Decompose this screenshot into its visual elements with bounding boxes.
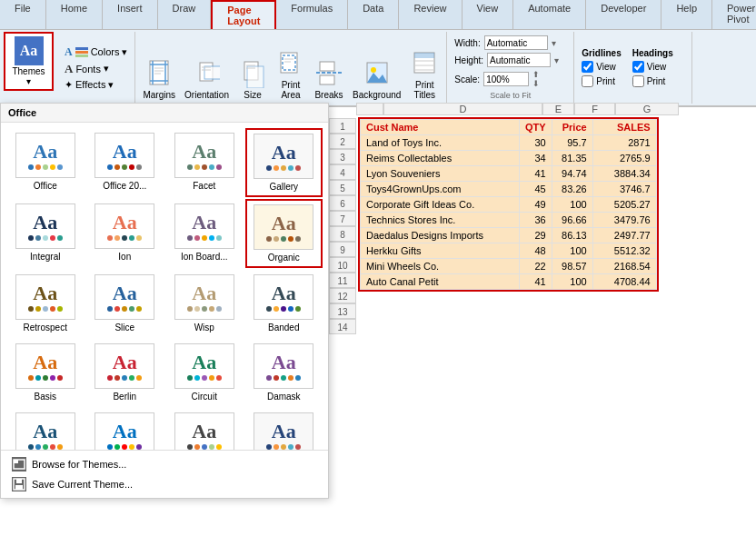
cell-0-2[interactable]: 95.7 <box>552 135 592 151</box>
cell-3-1[interactable]: 45 <box>520 182 552 197</box>
cell-2-2[interactable]: 94.74 <box>552 166 592 182</box>
cell-9-3[interactable]: 4708.44 <box>592 274 656 290</box>
tab-insert[interactable]: Insert <box>103 0 158 29</box>
cell-6-1[interactable]: 29 <box>520 228 552 243</box>
theme-item-3[interactable]: AaGallery <box>245 128 323 197</box>
col-header-G[interactable]: G <box>615 103 679 115</box>
print-titles-button[interactable]: PrintTitles <box>406 47 443 102</box>
cell-2-1[interactable]: 41 <box>520 166 552 182</box>
cell-1-2[interactable]: 81.35 <box>552 151 592 166</box>
colors-button[interactable]: A Colors ▾ <box>63 45 129 60</box>
save-theme-item[interactable]: Save Current Theme... <box>8 474 321 494</box>
cell-8-0[interactable]: Mini Wheels Co. <box>361 259 520 274</box>
effects-button[interactable]: ✦ Effects ▾ <box>63 78 129 92</box>
theme-item-16[interactable]: AaDividend <box>6 408 85 450</box>
theme-item-0[interactable]: AaOffice <box>6 128 85 197</box>
headings-print-checkbox[interactable] <box>632 75 644 87</box>
theme-item-2[interactable]: AaFacet <box>165 128 244 197</box>
themes-button[interactable]: Aa Themes ▾ <box>4 32 54 91</box>
cell-7-2[interactable]: 100 <box>552 243 592 259</box>
cell-3-2[interactable]: 83.26 <box>552 182 592 197</box>
theme-item-13[interactable]: AaBerlin <box>86 339 164 406</box>
cell-2-0[interactable]: Lyon Souveniers <box>361 166 520 182</box>
cell-9-2[interactable]: 100 <box>552 274 592 290</box>
tab-power-pivot[interactable]: Power Pivot <box>712 0 756 29</box>
col-header-D[interactable]: D <box>383 103 542 115</box>
theme-item-19[interactable]: AaGallery <box>245 408 323 450</box>
height-input[interactable] <box>487 53 551 67</box>
cell-4-2[interactable]: 100 <box>552 197 592 213</box>
cell-5-2[interactable]: 96.66 <box>552 213 592 228</box>
browse-themes-item[interactable]: Browse for Themes... <box>8 454 321 474</box>
margins-button[interactable]: Margins <box>139 57 179 102</box>
tab-automate[interactable]: Automate <box>513 0 586 29</box>
cell-5-0[interactable]: Technics Stores Inc. <box>361 213 520 228</box>
cell-6-0[interactable]: Daedalus Designs Imports <box>361 228 520 243</box>
cell-1-3[interactable]: 2765.9 <box>592 151 656 166</box>
cell-6-2[interactable]: 86.13 <box>552 228 592 243</box>
cell-9-0[interactable]: Auto Canal Petit <box>361 274 520 290</box>
cell-3-3[interactable]: 3746.7 <box>592 182 656 197</box>
scale-input[interactable] <box>483 72 529 86</box>
tab-home[interactable]: Home <box>46 0 103 29</box>
cell-0-3[interactable]: 2871 <box>592 135 656 151</box>
cell-4-3[interactable]: 5205.27 <box>592 197 656 213</box>
theme-item-8[interactable]: AaRetrospect <box>6 270 85 337</box>
print-area-button[interactable]: PrintArea <box>273 47 309 102</box>
tab-review[interactable]: Review <box>399 0 462 29</box>
cell-0-0[interactable]: Land of Toys Inc. <box>361 135 520 151</box>
cell-6-3[interactable]: 2497.77 <box>592 228 656 243</box>
headings-view-checkbox[interactable] <box>632 61 644 73</box>
scale-row: Scale: ⬆⬇ <box>454 70 566 88</box>
theme-item-4[interactable]: AaIntegral <box>6 199 85 268</box>
background-button[interactable]: Background <box>349 57 404 102</box>
theme-item-7[interactable]: AaOrganic <box>245 199 323 268</box>
tab-draw[interactable]: Draw <box>158 0 212 29</box>
tab-file[interactable]: File <box>0 0 46 29</box>
tab-data[interactable]: Data <box>348 0 399 29</box>
tab-formulas[interactable]: Formulas <box>276 0 348 29</box>
breaks-button[interactable]: Breaks <box>311 57 347 102</box>
tab-help[interactable]: Help <box>662 0 712 29</box>
tab-view[interactable]: View <box>463 0 514 29</box>
theme-item-15[interactable]: AaDamask <box>245 339 323 406</box>
fonts-button[interactable]: A Fonts ▾ <box>63 61 129 77</box>
cell-9-1[interactable]: 41 <box>520 274 552 290</box>
theme-item-11[interactable]: AaBanded <box>245 270 323 337</box>
theme-item-9[interactable]: AaSlice <box>86 270 164 337</box>
cell-8-1[interactable]: 22 <box>520 259 552 274</box>
theme-item-1[interactable]: AaOffice 20... <box>86 128 164 197</box>
cell-5-1[interactable]: 36 <box>520 213 552 228</box>
tab-bar: File Home Insert Draw Page Layout Formul… <box>0 0 756 30</box>
gridlines-print-checkbox[interactable] <box>582 75 593 87</box>
theme-item-5[interactable]: AaIon <box>86 199 164 268</box>
cell-5-3[interactable]: 3479.76 <box>592 213 656 228</box>
cell-4-0[interactable]: Corporate Gift Ideas Co. <box>361 197 520 213</box>
cell-2-3[interactable]: 3884.34 <box>592 166 656 182</box>
theme-item-6[interactable]: AaIon Board... <box>165 199 244 268</box>
theme-item-10[interactable]: AaWisp <box>165 270 244 337</box>
cell-8-2[interactable]: 98.57 <box>552 259 592 274</box>
cell-7-3[interactable]: 5512.32 <box>592 243 656 259</box>
col-header-E[interactable]: E <box>542 103 574 115</box>
scale-spin-icon[interactable]: ⬆⬇ <box>532 70 540 88</box>
theme-item-14[interactable]: AaCircuit <box>165 339 244 406</box>
cell-3-0[interactable]: Toys4GrownUps.com <box>361 182 520 197</box>
cell-7-1[interactable]: 48 <box>520 243 552 259</box>
size-button[interactable]: Size <box>234 57 271 102</box>
cell-0-1[interactable]: 30 <box>520 135 552 151</box>
cell-1-1[interactable]: 34 <box>520 151 552 166</box>
theme-item-18[interactable]: AaFrame <box>165 408 244 450</box>
cell-1-0[interactable]: Reims Collectables <box>361 151 520 166</box>
theme-item-12[interactable]: AaBasis <box>6 339 85 406</box>
gridlines-view-checkbox[interactable] <box>582 61 593 73</box>
cell-8-3[interactable]: 2168.54 <box>592 259 656 274</box>
tab-page-layout[interactable]: Page Layout <box>211 0 276 29</box>
tab-developer[interactable]: Developer <box>586 0 662 29</box>
orientation-button[interactable]: Orientation <box>181 57 233 102</box>
col-header-F[interactable]: F <box>574 103 615 115</box>
cell-7-0[interactable]: Herkku Gifts <box>361 243 520 259</box>
width-input[interactable] <box>484 35 548 50</box>
theme-item-17[interactable]: AaDroplet <box>86 408 164 450</box>
cell-4-1[interactable]: 49 <box>520 197 552 213</box>
